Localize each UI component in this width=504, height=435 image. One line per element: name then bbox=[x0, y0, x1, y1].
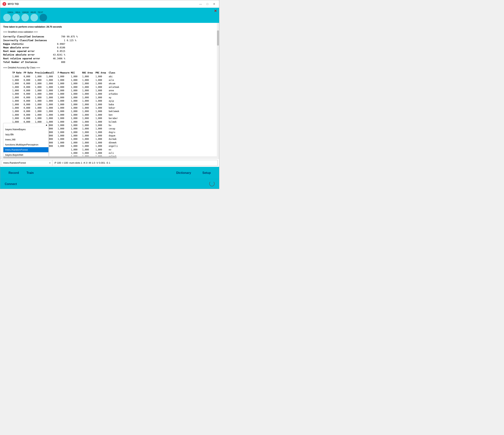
tab-label-emgr: EMGR bbox=[22, 11, 29, 13]
tab-circle-test[interactable] bbox=[39, 14, 47, 21]
tab-circle-emgr[interactable] bbox=[21, 14, 29, 21]
dropdown-items-container: bayes.NaiveBayeslazy.IBktrees.J48functio… bbox=[3, 127, 48, 156]
horizontal-scrollbar[interactable] bbox=[0, 156, 219, 159]
row-4-col-7: 1,000 bbox=[95, 89, 109, 92]
row-7-col-6: 1,000 bbox=[82, 99, 95, 103]
dropdown-item[interactable]: functions.MultilayerPerceptron bbox=[3, 142, 48, 147]
dictionary-button[interactable]: Dictionary bbox=[172, 171, 195, 175]
window-controls: — □ ✕ bbox=[198, 1, 217, 7]
row-21-col-8: ev bbox=[109, 148, 128, 151]
col-header-recall: Recall bbox=[46, 71, 58, 74]
row-11-col-8: ben bbox=[109, 113, 128, 117]
row-20-col-8: engelli bbox=[109, 144, 128, 148]
row-12-col-4: 1,000 bbox=[58, 117, 71, 120]
close-button[interactable]: ✕ bbox=[212, 1, 217, 7]
stat-value-3: 0.0106 bbox=[50, 46, 65, 50]
row-1-col-7: 1,000 bbox=[95, 79, 109, 82]
tab-circle-imul[interactable] bbox=[12, 14, 20, 21]
row-12-col-1: 0,000 bbox=[24, 117, 35, 120]
row-0-col-4: 1,000 bbox=[58, 75, 71, 78]
classifier-select[interactable]: trees.RandomForest bayes.NaiveBayes lazy… bbox=[2, 160, 52, 166]
row-12-col-0: 1,000 bbox=[12, 117, 24, 120]
accuracy-header: TP Rate FP Rate Precision Recall F-Measu… bbox=[12, 71, 214, 74]
record-button[interactable]: Record bbox=[5, 171, 23, 175]
row-15-col-6: 1,000 bbox=[82, 127, 95, 130]
row-1-col-2: 1,000 bbox=[35, 79, 46, 82]
col-header-mcc: MCC bbox=[71, 71, 82, 74]
row-13-col-8: bilmek bbox=[109, 120, 128, 124]
tab-circle-imur[interactable] bbox=[30, 14, 38, 21]
row-7-col-1: 0,000 bbox=[24, 99, 35, 103]
row-5-col-8: arkadas bbox=[109, 92, 128, 96]
row-6-col-8: ay bbox=[109, 96, 128, 99]
tab-label-emgl: EMGL bbox=[8, 11, 14, 13]
tab-label-test: TEST bbox=[38, 11, 43, 13]
row-7-col-7: 1,000 bbox=[95, 99, 109, 103]
h-scroll-thumb[interactable] bbox=[3, 156, 117, 158]
row-0-col-7: 1,000 bbox=[95, 75, 109, 78]
row-10-col-7: 1,000 bbox=[95, 110, 109, 113]
row-1-col-3: 1,000 bbox=[46, 79, 58, 82]
row-23-col-4 bbox=[58, 155, 71, 156]
row-20-col-6: 1,000 bbox=[82, 144, 95, 148]
refresh-icon[interactable] bbox=[209, 181, 215, 186]
dropdown-header: ▲ bbox=[3, 123, 48, 127]
dropdown-item[interactable]: trees.J48 bbox=[3, 137, 48, 142]
row-2-col-5: 1,000 bbox=[71, 82, 82, 85]
stat-value-6: 46.3406 % bbox=[50, 57, 65, 61]
row-12-col-8: beraber bbox=[109, 117, 128, 120]
row-3-col-1: 0,000 bbox=[24, 85, 35, 89]
dropdown-scroll-up[interactable]: ▲ bbox=[45, 124, 48, 126]
row-14-col-7: 1,000 bbox=[95, 124, 109, 127]
row-4-col-2: 1,000 bbox=[35, 89, 46, 92]
row-22-col-8: evli bbox=[109, 151, 128, 155]
setup-button[interactable]: Setup bbox=[199, 171, 215, 175]
row-4-col-8: anne bbox=[109, 89, 128, 92]
tab-circle-emgl[interactable] bbox=[3, 14, 11, 21]
table-row: 1,0000,0001,0001,0001,0001,0001,0001,000… bbox=[12, 79, 214, 82]
row-17-col-4: 1,000 bbox=[58, 134, 71, 137]
row-4-col-1: 0,000 bbox=[24, 89, 35, 92]
dropdown-item[interactable]: lazy.IBk bbox=[3, 132, 48, 137]
row-16-col-8: dogru bbox=[109, 131, 128, 134]
row-8-col-0: 1,000 bbox=[12, 103, 24, 106]
train-button[interactable]: Train bbox=[23, 171, 37, 175]
dropdown-item[interactable]: bayes.NaiveBayes bbox=[3, 127, 48, 132]
table-row: 1,0000,0001,0001,0001,0001,0001,0001,000… bbox=[12, 92, 214, 96]
row-19-col-8: dönmek bbox=[109, 141, 128, 144]
row-17-col-8: dogum bbox=[109, 134, 128, 137]
params-input[interactable] bbox=[52, 160, 218, 166]
tab-close-icon[interactable]: ✕ bbox=[214, 9, 217, 13]
stat-row-5: Relative absolute error 43.0241 % bbox=[3, 53, 214, 57]
dropdown-item[interactable]: trees.RandomForest bbox=[3, 147, 48, 152]
tab-group: EMGL IMUL EMGR IMUR TEST bbox=[3, 11, 47, 21]
table-row: 1,0000,0001,0001,0001,0001,0001,0001,000… bbox=[12, 96, 214, 99]
minimize-button[interactable]: — bbox=[198, 1, 203, 7]
row-17-col-6: 1,000 bbox=[82, 134, 95, 137]
row-3-col-6: 1,000 bbox=[82, 85, 95, 89]
row-7-col-5: 1,000 bbox=[71, 99, 82, 103]
stat-label-6: Root relative squared error bbox=[3, 57, 49, 61]
vertical-scrollbar[interactable] bbox=[217, 23, 219, 156]
dropdown-item[interactable]: bayes.BayesNet bbox=[3, 152, 48, 156]
row-0-col-5: 1,000 bbox=[71, 75, 82, 78]
nav-right: Dictionary Setup bbox=[172, 171, 215, 175]
stat-value-0: 799 bbox=[50, 35, 65, 39]
scrollbar-thumb[interactable] bbox=[217, 30, 219, 45]
row-12-col-5: 1,000 bbox=[71, 117, 82, 120]
row-0-col-3: 1,000 bbox=[46, 75, 58, 78]
row-23-col-8: gelmek bbox=[109, 155, 128, 156]
row-4-col-0: 1,000 bbox=[12, 89, 24, 92]
row-4-col-4: 1,000 bbox=[58, 89, 71, 92]
stat-value-2: 0.9987 bbox=[50, 42, 65, 46]
row-17-col-5: 1,000 bbox=[71, 134, 82, 137]
table-row: 1,0000,0001,0001,0001,0001,0001,0001,000… bbox=[12, 75, 214, 78]
stat-value-1: 1 bbox=[50, 39, 65, 42]
row-8-col-6: 1,000 bbox=[82, 103, 95, 106]
maximize-button[interactable]: □ bbox=[205, 1, 210, 7]
row-22-col-5: 1,000 bbox=[71, 151, 82, 155]
classifier-dropdown[interactable]: ▲ bayes.NaiveBayeslazy.IBktrees.J48funct… bbox=[3, 123, 49, 156]
row-4-col-5: 1,000 bbox=[71, 89, 82, 92]
row-8-col-8: baba bbox=[109, 103, 128, 106]
row-12-col-7: 1,000 bbox=[95, 117, 109, 120]
